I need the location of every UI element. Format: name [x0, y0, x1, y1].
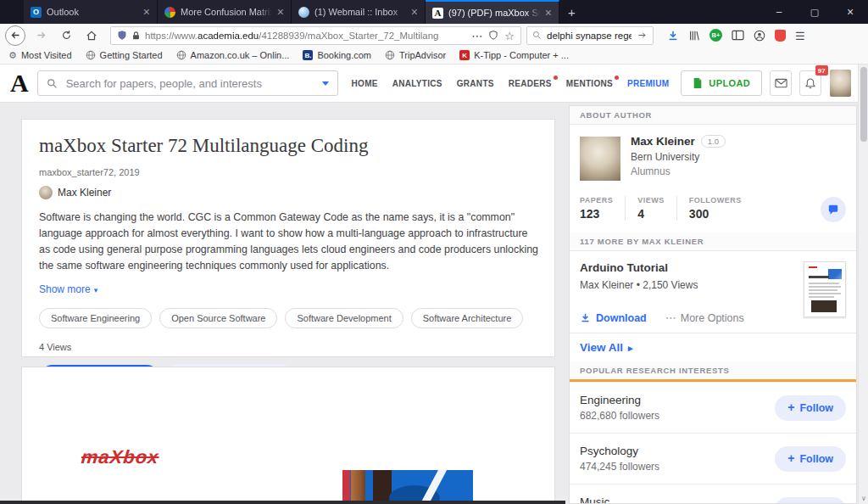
user-avatar[interactable]	[830, 70, 851, 97]
nav-mentions[interactable]: MENTIONS	[566, 79, 613, 88]
interest-name[interactable]: Engineering	[580, 394, 659, 406]
back-button[interactable]	[5, 25, 25, 46]
tab-close-icon[interactable]	[277, 6, 284, 18]
close-window-button[interactable]	[832, 0, 868, 25]
forward-button[interactable]	[31, 26, 51, 45]
chat-bubble-icon	[827, 204, 839, 216]
follow-button-engineering[interactable]: Follow	[775, 395, 846, 421]
bookmark-most-visited[interactable]: Most Visited	[8, 50, 72, 61]
academia-logo[interactable]: A	[10, 70, 29, 96]
thumb-fragment	[809, 283, 839, 284]
tab-title: Outlook	[47, 7, 138, 17]
scrollbar-thumb[interactable]	[860, 67, 867, 142]
tab-title: (97) (PDF) maXbox Starter 72 M	[448, 8, 540, 18]
library-icon[interactable]	[688, 30, 700, 42]
interest-name[interactable]: Psychology	[580, 445, 659, 457]
page-scrollbar[interactable]	[858, 64, 868, 504]
hamburger-menu-icon[interactable]	[795, 28, 805, 43]
tab-confusion-matrix[interactable]: More Confusion Matrix | maXb	[158, 0, 292, 24]
adblock-shield-icon[interactable]	[775, 30, 786, 42]
url-bar[interactable]: https://www.academia.edu/41288939/maXbox…	[110, 26, 521, 45]
bookmark-label: TripAdvisor	[399, 50, 446, 60]
tag-open-source-software[interactable]: Open Source Software	[159, 308, 277, 328]
bookmark-amazon[interactable]: Amazon.co.uk – Onlin...	[176, 50, 290, 60]
paper-card: maXbox Starter 72 Multilanguage Coding m…	[21, 119, 555, 357]
stat-label: VIEWS	[637, 196, 665, 204]
related-download-link[interactable]: Download	[580, 312, 647, 324]
pdf-preview-card[interactable]: maXbox	[21, 367, 555, 504]
tab-close-icon[interactable]	[411, 6, 418, 18]
follow-button-psychology[interactable]: Follow	[775, 446, 846, 472]
scrollbar-down-arrow-icon[interactable]	[859, 494, 868, 504]
site-search-input[interactable]	[64, 76, 315, 91]
tab-academia-active[interactable]: A (97) (PDF) maXbox Starter 72 M	[426, 0, 559, 24]
account-icon[interactable]	[754, 30, 765, 42]
bookmark-tripadvisor[interactable]: TripAdvisor	[385, 50, 446, 60]
academia-favicon-icon: A	[432, 8, 443, 19]
bookmark-getting-started[interactable]: Getting Started	[86, 50, 163, 60]
bookmark-label: K-Tipp - Computer + ...	[474, 50, 569, 60]
bookmark-ktipp[interactable]: KK-Tipp - Computer + ...	[459, 50, 569, 60]
url-path: /41288939/maXbox_Starter_72_Multilang	[259, 31, 438, 41]
bookmarks-bar: Most Visited Getting Started Amazon.co.u…	[0, 47, 868, 64]
downloads-icon[interactable]	[667, 30, 679, 42]
new-tab-button[interactable]	[559, 2, 584, 24]
nav-readers[interactable]: READERS	[509, 79, 552, 88]
search-go-arrow-icon[interactable]	[637, 31, 648, 40]
message-author-button[interactable]	[821, 197, 846, 222]
browser-search-input[interactable]	[545, 30, 633, 42]
interest-followers: 474,245 followers	[580, 461, 659, 473]
minimize-button[interactable]	[761, 0, 797, 24]
show-more-link[interactable]: Show more	[39, 283, 97, 295]
follow-button-music[interactable]: Follow	[775, 497, 846, 504]
home-button[interactable]	[81, 26, 102, 45]
tab-webmail[interactable]: (1) Webmail :: Inbox	[292, 0, 426, 24]
view-all-link[interactable]: View All	[570, 333, 856, 361]
envelope-icon	[775, 78, 787, 88]
reload-icon	[61, 30, 72, 41]
nav-analytics[interactable]: ANALYTICS	[392, 79, 442, 88]
tracking-shield-icon	[117, 30, 127, 41]
related-paper-thumbnail[interactable]	[804, 261, 846, 317]
nav-grants[interactable]: GRANTS	[457, 79, 494, 88]
maximize-button[interactable]	[797, 0, 832, 24]
author-avatar-large[interactable]	[580, 137, 620, 181]
page-actions-icon[interactable]	[471, 28, 482, 43]
download-icon	[580, 312, 591, 323]
views-count: 4 Views	[39, 342, 537, 352]
paper-abstract: Software is changing the world. CGC is a…	[39, 210, 541, 274]
nav-premium[interactable]: PREMIUM	[627, 79, 669, 88]
browser-search-bar[interactable]	[526, 26, 654, 45]
bookmark-label: Amazon.co.uk – Onlin...	[191, 50, 290, 60]
arrow-right-icon	[628, 341, 633, 354]
interest-name[interactable]: Music	[580, 496, 659, 504]
nav-home[interactable]: HOME	[352, 79, 378, 88]
messages-button[interactable]	[770, 70, 792, 96]
author-name-link[interactable]: Max Kleiner	[631, 135, 695, 148]
bookmark-booking[interactable]: B.Booking.com	[303, 50, 371, 60]
sidebar-toggle-icon[interactable]	[732, 30, 744, 41]
tab-outlook[interactable]: O Outlook	[24, 0, 158, 24]
tag-software-development[interactable]: Software Development	[285, 308, 403, 328]
tag-software-engineering[interactable]: Software Engineering	[39, 308, 152, 328]
site-search-box[interactable]	[37, 70, 338, 96]
paper-author-link[interactable]: Max Kleiner	[39, 186, 537, 199]
plus-icon	[787, 402, 794, 414]
search-dropdown-caret-icon[interactable]	[322, 81, 329, 86]
url-domain: academia.edu	[198, 31, 259, 41]
upload-button[interactable]: UPLOAD	[681, 70, 762, 96]
tab-close-icon[interactable]	[143, 6, 150, 18]
globe-icon	[86, 50, 96, 60]
tab-close-icon[interactable]	[545, 7, 552, 19]
browser-window: O Outlook More Confusion Matrix | maXb (…	[0, 0, 868, 504]
image-fragment	[351, 470, 365, 504]
bookmark-star-icon[interactable]	[504, 28, 515, 43]
outlook-favicon-icon: O	[31, 7, 42, 18]
notifications-button[interactable]: 97	[799, 70, 821, 96]
more-options-link[interactable]: More Options	[665, 311, 744, 324]
paper-subtitle: maxbox_starter72, 2019	[39, 167, 537, 177]
bplus-extension-icon[interactable]: B+	[709, 29, 722, 42]
tag-software-architecture[interactable]: Software Architecture	[411, 308, 524, 328]
reload-button[interactable]	[56, 26, 76, 45]
permissions-shield-icon[interactable]	[488, 30, 498, 41]
